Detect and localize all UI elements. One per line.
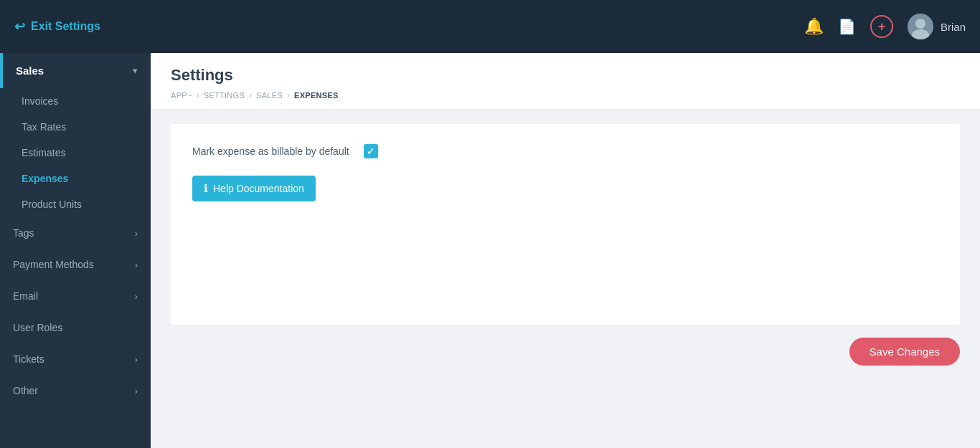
sidebar-item-payment-methods[interactable]: Payment Methods › [0, 249, 151, 280]
sidebar-item-tickets[interactable]: Tickets › [0, 343, 151, 375]
breadcrumb-app: APP~ [171, 91, 192, 100]
add-circle-icon[interactable]: + [870, 15, 893, 38]
page-title: Settings [171, 66, 960, 85]
sidebar-item-product-units[interactable]: Product Units [0, 191, 151, 217]
help-button-label: Help Documentation [213, 183, 304, 194]
sidebar-section-arrow: ▾ [133, 65, 138, 76]
exit-icon: ↩ [14, 19, 25, 34]
breadcrumb-sales: SALES [256, 91, 283, 100]
sidebar-item-email[interactable]: Email › [0, 280, 151, 312]
save-changes-button[interactable]: Save Changes [849, 338, 960, 366]
breadcrumb-sep-3: › [287, 90, 290, 100]
sidebar: Sales ▾ Invoices Tax Rates Estimates Exp… [0, 53, 151, 448]
avatar [908, 14, 933, 39]
breadcrumb: APP~ › SETTINGS › SALES › EXPENSES [171, 90, 960, 100]
sidebar-section-label: Sales [16, 65, 44, 77]
exit-settings-button[interactable]: ↩ Exit Settings [14, 19, 100, 34]
app-header: ↩ Exit Settings 🔔 📄 + Brian [0, 0, 980, 53]
sidebar-item-invoices[interactable]: Invoices [0, 88, 151, 114]
svg-point-1 [915, 19, 925, 29]
billable-label: Mark expense as billable by default [192, 146, 349, 157]
breadcrumb-sep-1: › [197, 90, 199, 100]
content-area: Settings APP~ › SETTINGS › SALES › EXPEN… [151, 53, 980, 448]
sidebar-section-sales[interactable]: Sales ▾ [0, 53, 151, 88]
header-actions: 🔔 📄 + Brian [804, 14, 966, 39]
billable-checkbox[interactable]: ✓ [364, 144, 378, 158]
tickets-arrow: › [135, 354, 138, 365]
content-body: Mark expense as billable by default ✓ ℹ … [151, 110, 980, 448]
breadcrumb-settings: SETTINGS [204, 91, 245, 100]
sidebar-item-tags[interactable]: Tags › [0, 217, 151, 249]
exit-settings-label: Exit Settings [31, 20, 100, 33]
settings-card: Mark expense as billable by default ✓ ℹ … [171, 124, 960, 325]
info-icon: ℹ [204, 182, 208, 195]
payment-methods-arrow: › [135, 259, 138, 270]
save-btn-container: Save Changes [171, 325, 960, 373]
other-arrow: › [135, 386, 138, 396]
sidebar-item-tax-rates[interactable]: Tax Rates [0, 114, 151, 140]
bell-icon[interactable]: 🔔 [804, 17, 824, 36]
tags-arrow: › [135, 228, 138, 239]
main-layout: Sales ▾ Invoices Tax Rates Estimates Exp… [0, 53, 980, 448]
help-documentation-button[interactable]: ℹ Help Documentation [192, 176, 316, 201]
notepad-icon[interactable]: 📄 [838, 18, 856, 35]
user-name-label: Brian [941, 21, 966, 33]
sidebar-item-estimates[interactable]: Estimates [0, 140, 151, 166]
breadcrumb-sep-2: › [249, 90, 252, 100]
sidebar-item-user-roles[interactable]: User Roles [0, 312, 151, 343]
email-arrow: › [135, 291, 138, 302]
content-header: Settings APP~ › SETTINGS › SALES › EXPEN… [151, 53, 980, 110]
sidebar-item-other[interactable]: Other › [0, 375, 151, 406]
billable-setting-row: Mark expense as billable by default ✓ [192, 144, 938, 158]
user-section: Brian [908, 14, 966, 39]
sidebar-item-expenses[interactable]: Expenses [0, 166, 151, 191]
breadcrumb-expenses: EXPENSES [294, 91, 339, 100]
